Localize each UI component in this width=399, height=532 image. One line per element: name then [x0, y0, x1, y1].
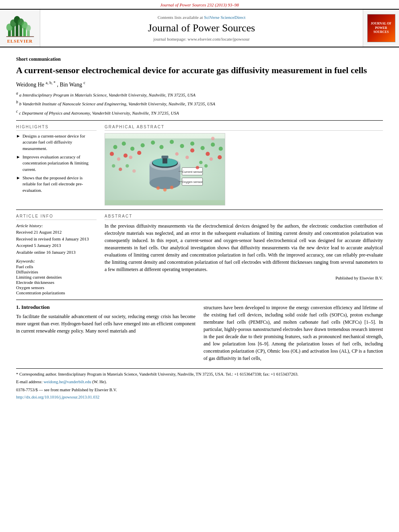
keyword-1: Fuel cells [16, 264, 97, 269]
sciverse-prefix: Contents lists available at [158, 15, 204, 20]
svg-point-21 [180, 144, 184, 148]
highlight-text-3: Shows that the proposed device is reliab… [23, 175, 97, 193]
abstract-label: ABSTRACT [105, 214, 383, 220]
highlight-arrow-3: ► [16, 175, 21, 181]
article-history: Article history: Received 21 August 2012… [16, 222, 97, 256]
svg-point-23 [201, 146, 205, 150]
svg-point-55 [204, 164, 208, 168]
jps-cover-image: JOURNAL OF POWER SOURCES [367, 14, 395, 42]
journal-header-center: Contents lists available at SciVerse Sci… [40, 10, 363, 47]
affil-b-text: b Vanderbilt Institute of Nanoscale Scie… [19, 101, 215, 106]
svg-point-28 [137, 151, 141, 155]
introduction-section: 1. Introduction To facilitate the sustai… [16, 304, 383, 364]
author-comma: , Bin Wang [57, 81, 82, 87]
svg-point-34 [175, 152, 179, 156]
corresponding-author-footnote: * Corresponding author. Interdisciplinar… [16, 371, 383, 378]
svg-rect-5 [27, 31, 30, 37]
accepted-date: Accepted 5 January 2013 [16, 242, 97, 249]
history-label: Article history: [16, 222, 97, 229]
svg-point-11 [26, 25, 31, 31]
highlight-arrow-1: ► [16, 133, 21, 139]
divider-1 [16, 120, 383, 121]
affil-c-text: c Department of Physics and Astronomy, V… [19, 110, 179, 115]
svg-point-53 [170, 186, 174, 189]
footnotes: * Corresponding author. Interdisciplinar… [16, 368, 383, 401]
graphical-abstract-svg: Current sensor Oxygen sensor [105, 134, 225, 205]
highlight-arrow-2: ► [16, 154, 21, 160]
intro-left-column: 1. Introduction To facilitate the sustai… [16, 304, 195, 364]
received-revised: Received in revised form 4 January 2013 [16, 236, 97, 242]
svg-point-20 [170, 140, 174, 144]
elsevier-logo-area: ELSEVIER [0, 10, 40, 47]
journal-title: Journal of Power Sources [148, 22, 255, 34]
affil-a-text: a Interdisciplinary Program in Materials… [19, 92, 195, 97]
svg-point-24 [211, 142, 215, 146]
author-sup-c: c [84, 80, 85, 85]
keyword-4: Electrode thicknesses [16, 280, 97, 285]
sciverse-link[interactable]: SciVerse ScienceDirect [204, 15, 245, 20]
affil-c: c c Department of Physics and Astronomy,… [16, 108, 383, 116]
intro-paragraph-2: structures have been developed to improv… [204, 304, 383, 362]
highlight-text-1: Designs a current-sensor device for accu… [23, 133, 97, 152]
email-link[interactable]: weidong.he@vanderbilt.edu [43, 380, 91, 384]
intro-heading: 1. Introduction [16, 304, 195, 310]
intro-right-column: structures have been developed to improv… [204, 304, 383, 364]
svg-point-58 [112, 164, 115, 168]
article-type-label: Short communication [16, 56, 383, 62]
svg-point-51 [156, 186, 160, 190]
divider-3 [16, 300, 383, 300]
svg-point-31 [218, 155, 222, 159]
svg-point-14 [113, 145, 117, 149]
svg-rect-44 [161, 156, 168, 158]
highlight-item-2: ► Improves evaluation accuracy of concen… [16, 154, 97, 173]
svg-point-54 [199, 160, 203, 164]
journal-header: ELSEVIER Contents lists available at Sci… [0, 9, 399, 47]
keyword-2: Diffusivities [16, 269, 97, 274]
svg-text:Oxygen sensor: Oxygen sensor [182, 180, 203, 184]
highlight-item-1: ► Designs a current-sensor device for ac… [16, 133, 97, 152]
svg-point-29 [190, 148, 194, 152]
email-suffix: (W. He). [93, 380, 107, 384]
main-content: Short communication A current-sensor ele… [0, 47, 399, 406]
svg-point-32 [117, 157, 121, 161]
highlights-label: HIGHLIGHTS [16, 125, 97, 131]
svg-point-25 [219, 147, 223, 151]
keyword-5: Oxygen sensors [16, 285, 97, 290]
elsevier-text-label: ELSEVIER [7, 39, 33, 43]
highlights-column: HIGHLIGHTS ► Designs a current-sensor de… [16, 125, 97, 205]
received-date: Received 21 August 2012 [16, 229, 97, 236]
intro-paragraph-1: To facilitate the sustainable advancemen… [16, 313, 195, 335]
keyword-6: Concentration polarizations [16, 290, 97, 295]
article-info-abstract-section: ARTICLE INFO Article history: Received 2… [16, 214, 383, 296]
article-info-label: ARTICLE INFO [16, 214, 97, 220]
svg-point-36 [210, 157, 213, 161]
keywords-list: Fuel cells Diffusivities Limiting curren… [16, 264, 97, 295]
journal-cover-logo: JOURNAL OF POWER SOURCES [363, 10, 399, 47]
svg-point-59 [119, 167, 122, 171]
jps-cover-text: JOURNAL OF POWER SOURCES [371, 22, 391, 34]
graphical-abstract-column: GRAPHICAL ABSTRACT [105, 125, 383, 205]
svg-point-19 [159, 145, 163, 149]
svg-rect-4 [23, 28, 26, 37]
keywords-section: Keywords: Fuel cells Diffusivities Limit… [16, 259, 97, 295]
svg-rect-12 [6, 36, 34, 37]
divider-2 [16, 210, 383, 210]
email-footnote: E-mail address: weidong.he@vanderbilt.ed… [16, 379, 383, 385]
svg-point-18 [151, 140, 155, 144]
author-names: Weidong He [16, 81, 44, 87]
svg-point-57 [211, 137, 215, 140]
highlight-item-3: ► Shows that the proposed device is reli… [16, 175, 97, 193]
article-info-column: ARTICLE INFO Article history: Received 2… [16, 214, 97, 296]
doi-link[interactable]: http://dx.doi.org/10.1016/j.jpowsour.201… [16, 395, 99, 399]
doi-line: http://dx.doi.org/10.1016/j.jpowsour.201… [16, 394, 383, 401]
article-title: A current-sensor electrochemical device … [16, 65, 383, 76]
svg-point-52 [163, 188, 167, 192]
affil-b: b b Vanderbilt Institute of Nanoscale Sc… [16, 99, 383, 107]
affil-a: a a Interdisciplinary Program in Materia… [16, 90, 383, 98]
svg-point-26 [110, 152, 114, 156]
keyword-3: Limiting current densities [16, 275, 97, 279]
svg-point-17 [141, 143, 145, 147]
svg-point-35 [185, 156, 189, 159]
svg-point-33 [129, 156, 133, 159]
available-online: Available online 16 January 2013 [16, 249, 97, 256]
